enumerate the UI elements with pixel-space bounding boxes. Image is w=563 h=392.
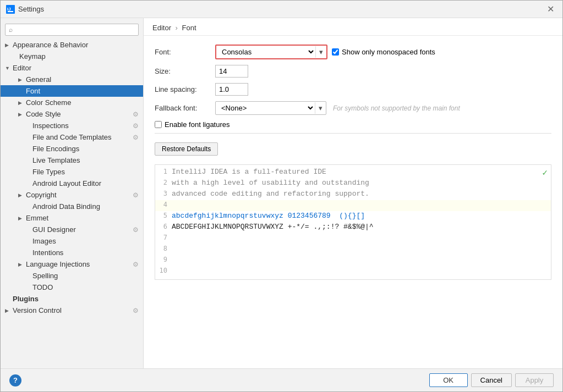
line-content — [172, 200, 551, 201]
preview-line: 2 with a high level of usability and out… — [155, 178, 551, 189]
action-buttons: OK Cancel Apply — [429, 373, 554, 387]
fallback-dropdown-arrow[interactable]: ▾ — [315, 102, 326, 114]
size-label: Size: — [155, 67, 215, 75]
preview-line-highlighted: 4 — [155, 200, 551, 211]
line-content: ABCDEFGHIJKLMNOPQRSTUVWXYZ +-*/= .,;:!? … — [172, 222, 551, 231]
settings-icon: ⚙ — [133, 122, 139, 130]
sidebar-item-label: Color Scheme — [26, 98, 71, 107]
breadcrumb-separator: › — [176, 24, 178, 32]
sidebar-item-emmet[interactable]: ▶ Emmet — [1, 212, 143, 224]
window-title: Settings — [18, 5, 544, 13]
preview-line: 3 advanced code editing and refactoring … — [155, 189, 551, 200]
ok-button[interactable]: OK — [429, 373, 468, 387]
settings-icon: ⚙ — [133, 261, 139, 268]
sidebar-item-font[interactable]: Font — [1, 85, 143, 97]
sidebar-item-plugins[interactable]: Plugins — [1, 293, 143, 305]
preview-line: 9 — [155, 255, 551, 266]
preview-line: 5 abcdefghijklmnopqrstuvwxyz 0123456789 … — [155, 211, 551, 222]
sidebar-item-todo[interactable]: TODO — [1, 281, 143, 293]
fallback-hint: For symbols not supported by the main fo… — [333, 104, 460, 112]
sidebar-item-label: Keymap — [19, 52, 46, 60]
spacing-label: Line spacing: — [155, 85, 215, 93]
line-content — [172, 266, 551, 267]
expand-placeholder — [25, 227, 31, 233]
ligatures-checkbox[interactable] — [155, 121, 162, 128]
ligatures-label[interactable]: Enable font ligatures — [165, 120, 230, 129]
expand-placeholder — [25, 285, 31, 290]
sidebar-item-appearance[interactable]: ▶ Appearance & Behavior — [1, 39, 143, 51]
fallback-select[interactable]: <None> — [216, 102, 315, 114]
svg-text:IJ: IJ — [7, 7, 11, 12]
sidebar-item-label: Inspections — [32, 122, 69, 130]
expand-placeholder — [25, 123, 31, 129]
sidebar-item-label: Emmet — [26, 214, 48, 222]
preview-line: 1 IntelliJ IDEA is a full-featured IDE — [155, 167, 551, 178]
sidebar-item-label: Copyright — [26, 191, 57, 199]
sidebar-item-editor[interactable]: ▼ Editor — [1, 62, 143, 74]
font-dropdown-arrow[interactable]: ▾ — [315, 46, 326, 58]
sidebar-item-gui-designer[interactable]: GUI Designer ⚙ — [1, 224, 143, 235]
line-number: 5 — [155, 211, 172, 219]
sidebar-item-spelling[interactable]: Spelling — [1, 270, 143, 281]
sidebar-item-code-style[interactable]: ▶ Code Style ⚙ — [1, 108, 143, 120]
line-number: 3 — [155, 189, 172, 197]
title-bar: IJ Settings ✕ — [1, 1, 562, 18]
sidebar-item-label: Appearance & Behavior — [13, 41, 88, 49]
sidebar-item-label: General — [26, 75, 51, 84]
cancel-button[interactable]: Cancel — [471, 373, 512, 387]
check-icon: ✓ — [542, 167, 548, 178]
sidebar-item-android-data[interactable]: Android Data Binding — [1, 201, 143, 212]
expand-placeholder — [25, 181, 31, 186]
expand-icon: ▶ — [18, 77, 25, 82]
help-button[interactable]: ? — [9, 374, 21, 387]
sidebar-item-label: Images — [32, 237, 56, 245]
expand-placeholder — [25, 158, 31, 163]
sidebar-item-file-types[interactable]: File Types — [1, 166, 143, 178]
restore-defaults-button[interactable]: Restore Defaults — [155, 142, 218, 156]
sidebar-item-images[interactable]: Images — [1, 235, 143, 247]
sidebar-item-file-templates[interactable]: File and Code Templates ⚙ — [1, 131, 143, 143]
sidebar-item-version-control[interactable]: ▶ Version Control ⚙ — [1, 305, 143, 316]
line-content: with a high level of usability and outst… — [172, 178, 551, 187]
sidebar-item-label: Version Control — [13, 306, 62, 314]
expand-placeholder — [25, 169, 31, 175]
expand-placeholder — [25, 250, 31, 256]
line-number: 8 — [155, 244, 172, 252]
sidebar-item-intentions[interactable]: Intentions — [1, 247, 143, 258]
sidebar-item-label: Android Layout Editor — [32, 179, 101, 187]
divider — [155, 133, 551, 134]
sidebar-item-android-layout[interactable]: Android Layout Editor — [1, 178, 143, 189]
sidebar-item-inspections[interactable]: Inspections ⚙ — [1, 120, 143, 131]
sidebar-item-label: File Types — [32, 168, 65, 176]
sidebar-item-label: Live Templates — [32, 156, 80, 164]
sidebar-item-general[interactable]: ▶ General — [1, 74, 143, 85]
sidebar-item-label: Code Style — [26, 110, 61, 118]
sidebar-item-color-scheme[interactable]: ▶ Color Scheme — [1, 97, 143, 108]
expand-icon: ▶ — [18, 112, 25, 117]
sidebar: ▶ Appearance & Behavior Keymap ▼ Editor … — [1, 18, 144, 368]
expand-placeholder — [25, 146, 31, 152]
spacing-input[interactable] — [215, 83, 248, 96]
sidebar-item-label: Editor — [13, 64, 31, 72]
expand-placeholder — [5, 296, 12, 302]
settings-icon: ⚙ — [133, 307, 139, 314]
font-select[interactable]: Consolas Courier New Fira Code JetBrains… — [216, 46, 315, 58]
sidebar-item-label: GUI Designer — [32, 225, 76, 234]
monospaced-checkbox[interactable] — [332, 48, 339, 56]
sidebar-item-file-encodings[interactable]: File Encodings — [1, 143, 143, 154]
monospaced-label[interactable]: Show only monospaced fonts — [342, 48, 435, 56]
line-content: abcdefghijklmnopqrstuvwxyz 0123456789 ()… — [172, 211, 551, 220]
sidebar-item-label: Font — [26, 87, 40, 95]
size-input[interactable] — [215, 65, 248, 78]
sidebar-item-language-injections[interactable]: ▶ Language Injections ⚙ — [1, 258, 143, 270]
apply-button[interactable]: Apply — [515, 373, 554, 387]
panel-content: Font: Consolas Courier New Fira Code Jet… — [144, 36, 562, 368]
line-number: 10 — [155, 266, 172, 274]
close-button[interactable]: ✕ — [544, 3, 557, 16]
sidebar-item-copyright[interactable]: ▶ Copyright ⚙ — [1, 189, 143, 201]
search-input[interactable] — [5, 24, 139, 36]
sidebar-item-keymap[interactable]: Keymap — [1, 51, 143, 62]
line-content — [172, 233, 551, 234]
sidebar-item-live-templates[interactable]: Live Templates — [1, 154, 143, 166]
expand-placeholder — [25, 204, 31, 209]
